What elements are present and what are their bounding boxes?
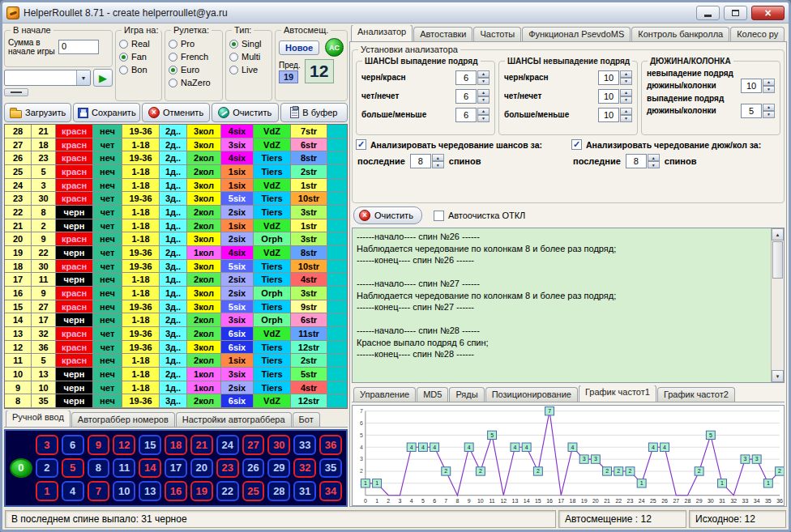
spinner-up-icon[interactable]: [477, 108, 490, 115]
main-tab-3[interactable]: Частоты: [473, 27, 521, 41]
number-1[interactable]: 1: [36, 481, 58, 501]
radio-nazero[interactable]: NaZero: [169, 78, 219, 87]
collapse-button[interactable]: [4, 88, 28, 96]
spinner-down-icon[interactable]: [432, 161, 444, 168]
number-27[interactable]: 27: [242, 435, 265, 455]
number-34[interactable]: 34: [319, 481, 342, 501]
number-3[interactable]: 3: [36, 435, 58, 455]
lower-tab-3[interactable]: Ряды: [449, 387, 484, 402]
number-21[interactable]: 21: [190, 435, 213, 455]
spinner-up-icon[interactable]: [620, 89, 632, 96]
number-23[interactable]: 23: [216, 458, 239, 479]
number-24[interactable]: 24: [216, 435, 239, 455]
spin-row[interactable]: 209красннеч1-181д..3кол2sixOrph3str: [5, 232, 347, 246]
spinner-value[interactable]: 10: [741, 79, 762, 93]
number-7[interactable]: 7: [88, 481, 110, 501]
minimize-button[interactable]: [696, 6, 720, 20]
ac-button[interactable]: АС: [325, 38, 344, 57]
save-button[interactable]: Сохранить: [73, 103, 140, 122]
number-28[interactable]: 28: [267, 481, 290, 501]
autoclear-checkbox[interactable]: [434, 211, 444, 221]
spinner-value[interactable]: 6: [455, 108, 477, 122]
scroll-thumb[interactable]: [772, 241, 783, 279]
spin-row[interactable]: 835черннеч19-363д..2кол6sixVdZ12str: [5, 394, 347, 408]
start-sum-input[interactable]: 0: [58, 40, 99, 54]
close-button[interactable]: [751, 6, 785, 20]
chevron-down-icon[interactable]: [76, 70, 90, 85]
spinner-value[interactable]: 8: [410, 154, 431, 168]
spinner-value[interactable]: 6: [455, 89, 477, 104]
radio-bon[interactable]: Bon: [119, 65, 158, 74]
spinner-down-icon[interactable]: [620, 115, 632, 122]
spin-row[interactable]: 2821красннеч19-362д..3кол4sixVdZ7str: [5, 125, 347, 138]
new-button[interactable]: Новое: [279, 40, 319, 55]
alt-chances-checkbox[interactable]: [356, 139, 366, 150]
number-35[interactable]: 35: [319, 458, 342, 479]
number-29[interactable]: 29: [267, 458, 290, 479]
spinner-up-icon[interactable]: [432, 154, 444, 161]
radio-pro[interactable]: Pro: [169, 39, 219, 49]
spin-row[interactable]: 1236краснчет19-363д..3кол6sixTiers12str: [5, 341, 347, 355]
load-button[interactable]: Загрузить: [4, 103, 71, 122]
main-tab-6[interactable]: Колесо ру: [730, 27, 785, 41]
spinner-down-icon[interactable]: [648, 161, 660, 168]
number-13[interactable]: 13: [139, 481, 161, 501]
spin-row[interactable]: 910чернчет1-181д..1кол2sixTiers4str: [5, 381, 347, 395]
number-20[interactable]: 20: [190, 458, 213, 479]
radio-singl[interactable]: Singl: [229, 39, 268, 49]
spin-row[interactable]: 1922чернчет19-362д..1кол4sixVdZ8str: [5, 246, 347, 260]
log-scrollbar[interactable]: [771, 228, 784, 382]
spin-row[interactable]: 1527красннеч19-363д..3кол5sixTiers9str: [5, 300, 347, 314]
spin-row[interactable]: 2718краснчет1-182д..3кол3sixVdZ6str: [5, 138, 347, 152]
number-22[interactable]: 22: [216, 481, 239, 501]
spinner-up-icon[interactable]: [477, 89, 490, 96]
spinner-value[interactable]: 6: [455, 70, 477, 85]
number-12[interactable]: 12: [113, 435, 135, 455]
number-9[interactable]: 9: [88, 435, 110, 455]
spin-row[interactable]: 2623красннеч19-362д..2кол4sixTiers8str: [5, 151, 347, 165]
spin-row[interactable]: 228чернчет1-181д..2кол2sixTiers3str: [5, 206, 347, 219]
main-tab-2[interactable]: Автоставки: [413, 27, 472, 41]
titlebar[interactable]: HelperRoullet 8.71 - create helperroulle…: [2, 2, 789, 23]
number-26[interactable]: 26: [242, 458, 265, 479]
spin-row[interactable]: 1417черннеч1-182д..2кол3sixOrph6str: [5, 313, 347, 327]
lower-tab-5[interactable]: График частот1: [579, 385, 656, 402]
input-tab-2[interactable]: Автограббер номеров: [71, 412, 175, 427]
spinner-down-icon[interactable]: [477, 78, 490, 85]
number-33[interactable]: 33: [293, 435, 316, 455]
spinner-value[interactable]: 8: [626, 154, 647, 168]
spin-row[interactable]: 1830краснчет19-363д..3кол5sixTiers10str: [5, 260, 347, 274]
spinner-up-icon[interactable]: [477, 70, 490, 78]
spin-row[interactable]: 243красннеч1-181д..3кол1sixVdZ1str: [5, 179, 347, 193]
spinner-up-icon[interactable]: [620, 108, 632, 115]
main-tab-5[interactable]: Контроль банкролла: [631, 27, 729, 41]
radio-live[interactable]: Live: [229, 65, 268, 74]
spinner-value[interactable]: 10: [598, 89, 619, 104]
number-31[interactable]: 31: [293, 481, 316, 501]
number-4[interactable]: 4: [62, 481, 84, 501]
spinner-down-icon[interactable]: [763, 86, 775, 93]
spin-row[interactable]: 115красннеч1-181д..2кол1sixTiers2str: [5, 354, 347, 368]
number-10[interactable]: 10: [113, 481, 135, 501]
buffer-button[interactable]: В буфер: [280, 103, 348, 122]
number-11[interactable]: 11: [113, 458, 135, 479]
number-36[interactable]: 36: [319, 435, 342, 455]
clear-button[interactable]: Очистить: [212, 103, 279, 122]
spin-row[interactable]: 212чернчет1-181д..2кол1sixVdZ1str: [5, 219, 347, 233]
maximize-button[interactable]: [724, 6, 747, 20]
lower-tab-1[interactable]: Управление: [353, 387, 416, 402]
lower-tab-6[interactable]: График частот2: [657, 387, 735, 402]
radio-real[interactable]: Real: [119, 39, 158, 49]
input-tab-3[interactable]: Настройки автограббера: [176, 412, 292, 427]
analysis-log[interactable]: ------начало---- спин №26 ------Наблюдае…: [352, 228, 785, 383]
spinner-up-icon[interactable]: [763, 104, 775, 111]
number-5[interactable]: 5: [62, 458, 84, 479]
radio-euro[interactable]: Euro: [169, 65, 219, 74]
spinner-down-icon[interactable]: [620, 96, 632, 104]
analyzer-clear-button[interactable]: Очистить: [353, 206, 422, 224]
lower-tab-4[interactable]: Позиционирование: [485, 387, 578, 402]
input-tab-4[interactable]: Бот: [293, 412, 320, 427]
play-button[interactable]: [93, 69, 113, 87]
lower-tab-2[interactable]: MD5: [417, 387, 448, 402]
number-32[interactable]: 32: [293, 458, 316, 479]
